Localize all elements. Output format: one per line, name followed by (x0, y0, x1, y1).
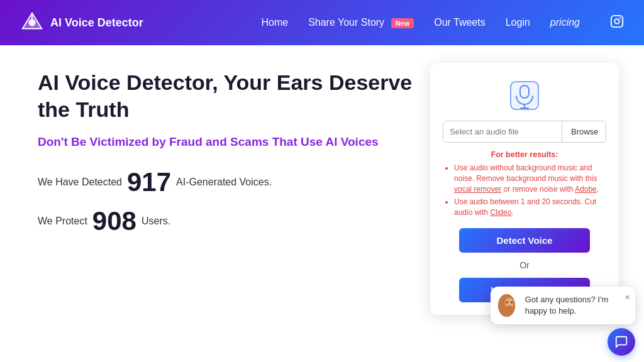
tip-1: Use audio without background music and n… (454, 163, 606, 194)
protect-suffix: Users. (142, 216, 170, 227)
navbar: AI Voice Detector Home Share Your Story … (0, 0, 644, 45)
mic-icon (507, 78, 542, 113)
tips-title: For better results: (443, 150, 606, 159)
browse-button[interactable]: Browse (562, 121, 606, 142)
chat-message: Got any questions? I'm happy to help. (525, 294, 626, 317)
vocal-remover-link[interactable]: vocal remover (454, 185, 501, 194)
chat-body: Got any questions? I'm happy to help. (498, 294, 626, 317)
detected-stat: We Have Detected 917 AI-Generated Voices… (38, 167, 418, 197)
detected-suffix: AI-Generated Voices. (176, 177, 272, 188)
nav-share-story[interactable]: Share Your Story New (308, 17, 414, 28)
protect-label: We Protect (38, 216, 87, 227)
svg-point-4 (619, 17, 621, 18)
nav-home[interactable]: Home (261, 17, 288, 28)
tips-list: Use audio without background music and n… (443, 163, 606, 218)
file-input[interactable] (443, 121, 562, 142)
chat-bubble-button[interactable] (608, 328, 635, 356)
svg-point-13 (511, 301, 513, 303)
chat-close-button[interactable]: × (625, 292, 630, 302)
file-select-row: Browse (443, 121, 606, 143)
upload-card: Browse For better results: Use audio wit… (430, 63, 619, 315)
nav-login[interactable]: Login (506, 17, 530, 28)
detected-label: We Have Detected (38, 177, 122, 188)
svg-point-12 (506, 301, 508, 303)
detect-button[interactable]: Detect Voice (459, 228, 590, 253)
protect-stat: We Protect 908 Users. (38, 206, 418, 236)
new-badge: New (391, 18, 414, 28)
brand: AI Voice Detector (20, 11, 143, 35)
adobe-link[interactable]: Adobe (575, 185, 597, 194)
svg-point-3 (614, 19, 619, 23)
logo-icon (20, 11, 44, 35)
nav-pricing[interactable]: pricing (550, 17, 580, 28)
or-text: Or (519, 260, 530, 270)
instagram-icon[interactable] (610, 14, 624, 31)
brand-label: AI Voice Detector (50, 16, 143, 30)
chat-widget: × Got any questions? I'm happy to help. (491, 287, 635, 324)
detected-count: 917 (127, 167, 171, 197)
protect-count: 908 (92, 206, 136, 236)
chat-avatar (498, 294, 515, 317)
svg-rect-2 (611, 15, 623, 26)
tips-section: For better results: Use audio without ba… (443, 150, 606, 221)
svg-point-1 (28, 19, 35, 26)
left-section: AI Voice Detector, Your Ears Deserve the… (38, 63, 418, 245)
hero-title: AI Voice Detector, Your Ears Deserve the… (38, 69, 418, 123)
tip-2: Use audio between 1 and 20 seconds. Cut … (454, 197, 606, 218)
nav-our-tweets[interactable]: Our Tweets (434, 17, 486, 28)
clideo-link[interactable]: Clideo (490, 208, 511, 217)
nav-links: Home Share Your Story New Our Tweets Log… (261, 14, 624, 31)
hero-subtitle: Don't Be Victimized by Fraud and Scams T… (38, 134, 418, 151)
chat-bubble-icon (614, 335, 628, 349)
